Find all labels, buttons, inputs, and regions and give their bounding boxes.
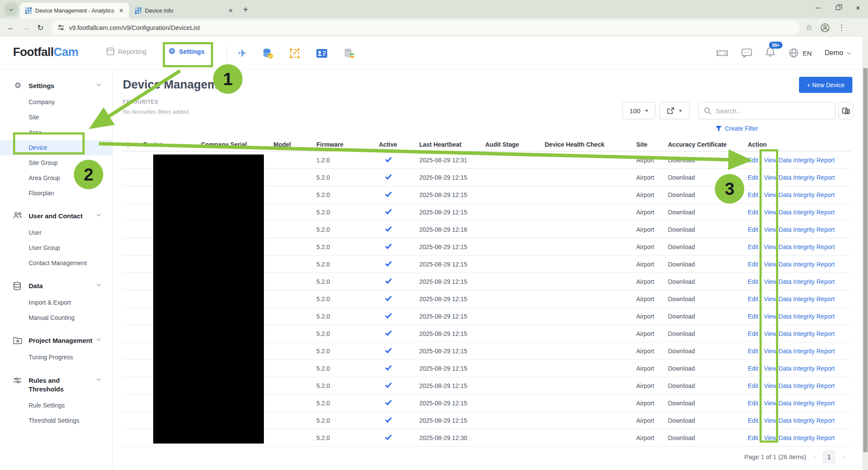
sidebar-item-tuning-progress[interactable]: Tuning Progress — [0, 350, 112, 365]
view-data-integrity-report-link[interactable]: View Data Integrity Report — [764, 434, 835, 441]
edit-link[interactable]: Edit — [748, 313, 758, 320]
accuracy-certificate-cell[interactable]: Download — [668, 348, 748, 355]
column-header-model[interactable]: Model — [273, 141, 316, 148]
accuracy-certificate-cell[interactable]: Download — [668, 296, 748, 302]
view-data-integrity-report-link[interactable]: View Data Integrity Report — [764, 365, 835, 372]
edit-link[interactable]: Edit — [748, 226, 758, 233]
view-data-integrity-report-link[interactable]: View Data Integrity Report — [764, 191, 835, 198]
user-menu[interactable]: Demo — [825, 49, 851, 57]
scrollbar-thumb[interactable] — [863, 68, 868, 452]
column-header-device-health-check[interactable]: Device Health Check — [545, 141, 636, 148]
airplane-icon[interactable]: ✈ — [238, 47, 247, 59]
search-input[interactable] — [716, 107, 824, 115]
edit-link[interactable]: Edit — [748, 348, 758, 355]
feedback-chat-icon[interactable] — [741, 48, 752, 58]
accuracy-certificate-cell[interactable]: Download — [668, 330, 748, 337]
new-device-button[interactable]: + New Device — [799, 77, 852, 93]
column-header-accuracy-certificate[interactable]: Accuracy Certificate — [668, 141, 748, 148]
notifications-button[interactable]: 99+ — [765, 46, 776, 59]
sidebar-section-rules-thresholds-header[interactable]: Rules and Thresholds — [0, 375, 112, 398]
view-data-integrity-report-link[interactable]: View Data Integrity Report — [764, 382, 835, 389]
edit-link[interactable]: Edit — [748, 417, 758, 424]
column-header-audit-stage[interactable]: Audit Stage — [485, 141, 545, 148]
reload-button[interactable]: ↻ — [33, 23, 48, 33]
column-chooser-button[interactable] — [838, 102, 853, 119]
column-header-company-serial[interactable]: Company Serial — [201, 141, 273, 148]
footfallcam-logo[interactable]: FootfallCam — [13, 46, 79, 59]
sidebar-item-import-export[interactable]: Import & Export — [0, 295, 112, 310]
page-size-dropdown[interactable]: 100 — [622, 102, 655, 119]
view-data-integrity-report-link[interactable]: View Data Integrity Report — [764, 348, 835, 355]
view-data-integrity-report-link[interactable]: View Data Integrity Report — [764, 313, 835, 320]
url-bar[interactable]: v9.footfallcam.com/v9/Configuration/Devi… — [51, 20, 799, 35]
edit-link[interactable]: Edit — [748, 191, 758, 198]
area-edit-icon[interactable] — [289, 48, 300, 59]
column-header-last-heartbeat[interactable]: Last Heartbeat — [419, 141, 485, 148]
browser-tab-active[interactable]: Device Management - Analytics ✕ — [20, 3, 129, 18]
page-number-button[interactable]: 1 — [822, 450, 835, 463]
edit-link[interactable]: Edit — [748, 261, 758, 268]
sidebar-item-user-group[interactable]: User Group — [0, 240, 112, 256]
browser-menu-icon[interactable]: ⋮ — [838, 23, 845, 32]
accuracy-certificate-cell[interactable]: Download — [668, 209, 748, 216]
view-data-integrity-report-link[interactable]: View Data Integrity Report — [764, 261, 835, 268]
database-audit-icon[interactable] — [262, 48, 273, 59]
browser-tab-inactive[interactable]: Device Info ✕ — [129, 3, 239, 18]
edit-link[interactable]: Edit — [748, 296, 758, 302]
accuracy-certificate-cell[interactable]: Download — [668, 417, 748, 424]
view-data-integrity-report-link[interactable]: View Data Integrity Report — [764, 417, 835, 424]
edit-link[interactable]: Edit — [748, 330, 758, 337]
profile-avatar-icon[interactable] — [820, 23, 830, 33]
sidebar-item-user[interactable]: User — [0, 225, 112, 240]
minimize-button[interactable] — [808, 0, 828, 15]
page-scrollbar[interactable] — [862, 37, 868, 470]
sidebar-item-manual-counting[interactable]: Manual Counting — [0, 310, 112, 325]
view-data-integrity-report-link[interactable]: View Data Integrity Report — [764, 209, 835, 216]
language-selector[interactable]: EN — [789, 48, 812, 58]
edit-link[interactable]: Edit — [748, 278, 758, 285]
sidebar-item-area-group[interactable]: Area Group — [0, 171, 112, 186]
tab-close-icon[interactable]: ✕ — [118, 7, 125, 14]
accuracy-certificate-cell[interactable]: Download — [668, 313, 748, 320]
accuracy-certificate-cell[interactable]: Download — [668, 191, 748, 198]
sidebar-item-threshold-settings[interactable]: Threshold Settings — [0, 413, 112, 428]
close-button[interactable]: ✕ — [848, 0, 868, 15]
sidebar-item-contact-management[interactable]: Contact Management — [0, 256, 112, 271]
edit-link[interactable]: Edit — [748, 400, 758, 407]
new-tab-button[interactable]: + — [243, 5, 248, 15]
select-all-checkbox[interactable] — [128, 141, 128, 148]
sidebar-section-user-contact-header[interactable]: User and Contact — [0, 210, 112, 225]
sidebar-section-project-management-header[interactable]: Project Management — [0, 335, 112, 349]
sidebar-item-floorplan[interactable]: Floorplan — [0, 186, 112, 201]
accuracy-certificate-cell[interactable]: Download — [668, 434, 748, 441]
data-transfer-icon[interactable] — [343, 48, 355, 59]
next-page-icon[interactable]: › — [842, 453, 845, 461]
accuracy-certificate-cell[interactable]: Download — [668, 157, 748, 164]
forward-button[interactable]: → — [18, 23, 33, 32]
view-data-integrity-report-link[interactable]: View Data Integrity Report — [764, 330, 835, 337]
edit-link[interactable]: Edit — [748, 174, 758, 181]
accuracy-certificate-cell[interactable]: Download — [668, 400, 748, 407]
id-card-icon[interactable] — [316, 48, 328, 59]
restore-button[interactable] — [828, 0, 848, 15]
previous-page-icon[interactable]: ‹ — [813, 453, 816, 461]
sidebar-item-site-group[interactable]: Site Group — [0, 155, 112, 171]
bookmark-star-icon[interactable]: ☆ — [806, 23, 812, 33]
view-data-integrity-report-link[interactable]: View Data Integrity Report — [764, 174, 835, 181]
export-dropdown[interactable] — [659, 102, 690, 119]
edit-link[interactable]: Edit — [748, 209, 758, 216]
column-header-site[interactable]: Site — [636, 141, 668, 148]
edit-link[interactable]: Edit — [748, 243, 758, 250]
accuracy-certificate-cell[interactable]: Download — [668, 278, 748, 285]
view-data-integrity-report-link[interactable]: View Data Integrity Report — [764, 400, 835, 407]
column-header-action[interactable]: Action — [748, 141, 851, 148]
column-header-active[interactable]: Active — [379, 141, 419, 148]
search-box[interactable] — [698, 102, 835, 119]
sidebar-section-data-header[interactable]: Data — [0, 280, 112, 295]
back-button[interactable]: ← — [3, 23, 18, 32]
column-header-device[interactable]: Device↑ — [143, 141, 201, 148]
create-filter-link[interactable]: Create Filter — [716, 125, 758, 132]
column-header-firmware[interactable]: Firmware — [316, 141, 379, 148]
edit-link[interactable]: Edit — [748, 157, 758, 164]
sidebar-item-rule-settings[interactable]: Rule Settings — [0, 398, 112, 413]
